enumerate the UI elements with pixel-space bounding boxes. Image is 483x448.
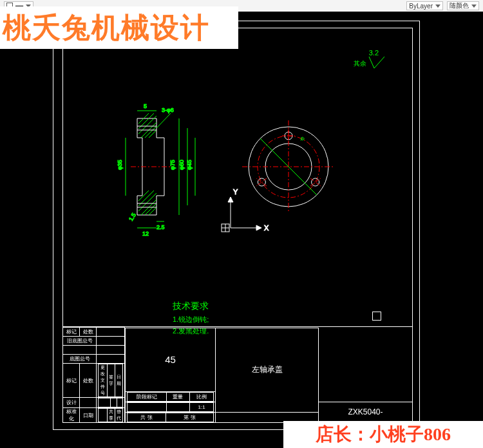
front-view: φ xyxy=(242,120,335,213)
section-view: 5 3-φ6 φ75 φ60 φ45 φ35 12 2.5 1.5 xyxy=(117,103,195,237)
svg-text:X: X xyxy=(264,224,269,232)
surface-finish-mark: 其余 3.2 xyxy=(369,49,379,57)
tech-title: 技术要求 xyxy=(173,299,209,313)
part-name-cell: 左轴承盖 xyxy=(216,328,319,412)
svg-text:5: 5 xyxy=(144,103,147,109)
svg-line-5 xyxy=(149,130,156,138)
material-cell: 45 xyxy=(126,328,216,391)
svg-text:Y: Y xyxy=(233,188,238,196)
svg-point-40 xyxy=(312,178,319,186)
drawing-sheet: 其余 3.2 技术要求 1.锐边倒钝; 2.发黑处理. xyxy=(53,21,420,430)
svg-text:φ35: φ35 xyxy=(117,160,123,170)
drawing-views: 5 3-φ6 φ75 φ60 φ45 φ35 12 2.5 1.5 xyxy=(102,99,372,279)
svg-text:3-φ6: 3-φ6 xyxy=(162,107,174,113)
title-block: 标记 处数 45 左轴承盖 xyxy=(62,326,413,423)
reference-marker xyxy=(372,312,381,321)
color-label: 随颜色 xyxy=(450,1,469,10)
svg-text:φ60: φ60 xyxy=(178,160,185,170)
watermark-top-text: 桃夭兔机械设计 xyxy=(3,9,210,47)
drawing-number-cell: ZXK5040- xyxy=(319,402,413,422)
ucs-icon: X Y xyxy=(222,188,269,232)
svg-text:φ: φ xyxy=(299,135,307,142)
model-space[interactable]: 其余 3.2 技术要求 1.锐边倒钝; 2.发黑处理. xyxy=(0,12,483,448)
svg-point-41 xyxy=(258,178,265,186)
watermark-bottom-text: 店长：小桃子806 xyxy=(316,422,451,447)
tb-cell xyxy=(97,328,125,337)
svg-line-19 xyxy=(156,113,171,128)
drawing-frame: 其余 3.2 技术要求 1.锐边倒钝; 2.发黑处理. xyxy=(62,28,413,423)
svg-line-11 xyxy=(149,207,156,215)
tech-line-1: 1.锐边倒钝; xyxy=(173,314,209,326)
views-svg: 5 3-φ6 φ75 φ60 φ45 φ35 12 2.5 1.5 xyxy=(102,99,372,279)
svg-text:φ45: φ45 xyxy=(186,160,193,170)
sf-rest-label: 其余 xyxy=(354,59,366,68)
svg-text:12: 12 xyxy=(142,230,149,237)
color-control-dropdown[interactable]: 随颜色 xyxy=(447,1,479,10)
watermark-top: 桃夭兔机械设计 xyxy=(0,6,238,49)
svg-text:2.5: 2.5 xyxy=(156,224,165,230)
watermark-bottom: 店长：小桃子806 xyxy=(283,421,483,448)
svg-text:φ75: φ75 xyxy=(169,160,176,170)
svg-text:1.5: 1.5 xyxy=(128,212,137,222)
layer-color-dropdown[interactable]: ByLayer xyxy=(406,1,443,10)
layer-label: ByLayer xyxy=(409,3,433,10)
